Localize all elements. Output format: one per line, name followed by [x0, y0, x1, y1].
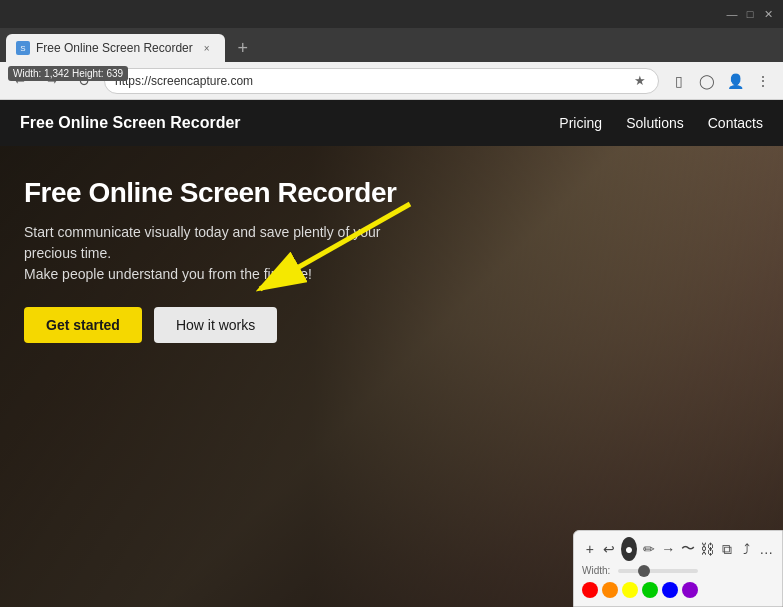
url-bar[interactable]: https://screencapture.com ★: [104, 68, 659, 94]
url-text: https://screencapture.com: [115, 74, 626, 88]
nav-link-solutions[interactable]: Solutions: [626, 115, 684, 131]
new-tab-button[interactable]: +: [229, 34, 257, 62]
hero-title: Free Online Screen Recorder: [24, 176, 436, 210]
color-yellow[interactable]: [622, 582, 638, 598]
minimize-button[interactable]: —: [725, 7, 739, 21]
width-slider[interactable]: [618, 569, 698, 573]
undo-tool-button[interactable]: ↩: [602, 537, 618, 561]
how-it-works-button[interactable]: How it works: [154, 307, 277, 343]
browser-toolbar-icons: ▯ ◯ 👤 ⋮: [667, 69, 775, 93]
color-orange[interactable]: [602, 582, 618, 598]
hero-subtitle: Start communicate visually today and sav…: [24, 222, 436, 285]
account-icon[interactable]: 👤: [723, 69, 747, 93]
link-tool-button[interactable]: ⛓: [700, 537, 716, 561]
pencil-tool-button[interactable]: ✏: [641, 537, 657, 561]
hero-buttons: Get started How it works: [24, 307, 436, 343]
width-slider-container: [618, 569, 774, 573]
close-button[interactable]: ✕: [761, 7, 775, 21]
arrow-tool-button[interactable]: →: [660, 537, 676, 561]
hero-content: Free Online Screen Recorder Start commun…: [0, 146, 460, 373]
browser-window: — □ ✕ S Free Online Screen Recorder × + …: [0, 0, 783, 607]
profile-icon[interactable]: ◯: [695, 69, 719, 93]
browser-tab[interactable]: S Free Online Screen Recorder ×: [6, 34, 225, 62]
site-navbar: Free Online Screen Recorder Pricing Solu…: [0, 100, 783, 146]
color-purple[interactable]: [682, 582, 698, 598]
url-icons: ★: [632, 73, 648, 89]
tab-close-button[interactable]: ×: [199, 40, 215, 56]
width-label: Width:: [582, 565, 610, 576]
color-green[interactable]: [642, 582, 658, 598]
title-bar: — □ ✕: [0, 0, 783, 28]
color-red[interactable]: [582, 582, 598, 598]
capture-toolbar: + ↩ ● ✏ → 〜 ⛓ ⧉ ⤴ … Width:: [573, 530, 783, 607]
menu-icon[interactable]: ⋮: [751, 69, 775, 93]
more-tool-button[interactable]: …: [758, 537, 774, 561]
capture-toolbar-row-tools: + ↩ ● ✏ → 〜 ⛓ ⧉ ⤴ …: [582, 537, 774, 561]
tab-bar: S Free Online Screen Recorder × +: [0, 28, 783, 62]
nav-link-contacts[interactable]: Contacts: [708, 115, 763, 131]
color-blue[interactable]: [662, 582, 678, 598]
copy-tool-button[interactable]: ⧉: [719, 537, 735, 561]
hero-subtitle-line1: Start communicate visually today and sav…: [24, 224, 380, 261]
tab-title: Free Online Screen Recorder: [36, 41, 193, 55]
hero-subtitle-line2: Make people understand you from the firs…: [24, 266, 312, 282]
get-started-button[interactable]: Get started: [24, 307, 142, 343]
width-slider-thumb: [638, 565, 650, 577]
color-palette: [582, 580, 774, 600]
draw-tool-button[interactable]: ●: [621, 537, 637, 561]
share-tool-button[interactable]: ⤴: [739, 537, 755, 561]
site-nav-links: Pricing Solutions Contacts: [559, 115, 763, 131]
site-logo: Free Online Screen Recorder: [20, 114, 241, 132]
tab-favicon: S: [16, 41, 30, 55]
dimension-badge: Width: 1,342 Height: 639: [8, 66, 128, 81]
bookmark-icon[interactable]: ★: [632, 73, 648, 89]
extensions-icon[interactable]: ▯: [667, 69, 691, 93]
maximize-button[interactable]: □: [743, 7, 757, 21]
capture-toolbar-row-width: Width:: [582, 565, 774, 576]
add-tool-button[interactable]: +: [582, 537, 598, 561]
title-bar-controls: — □ ✕: [725, 7, 775, 21]
nav-link-pricing[interactable]: Pricing: [559, 115, 602, 131]
curve-tool-button[interactable]: 〜: [680, 537, 696, 561]
